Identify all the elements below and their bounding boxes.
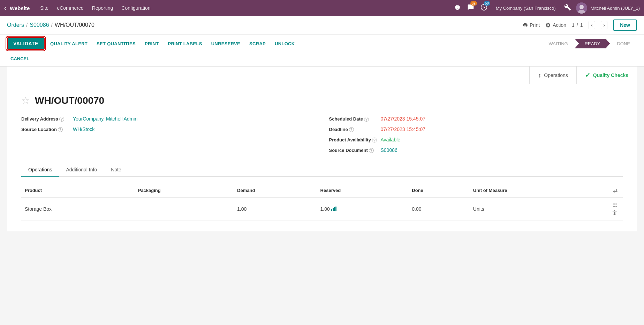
tab-note[interactable]: Note [104,163,128,177]
source-document-value[interactable]: S00086 [381,147,397,153]
status-done[interactable]: DONE [610,39,637,48]
table-row: Storage Box 1.00 1.00 0.00 Units ☷ [21,198,623,220]
product-availability-row: Product Availability ? Available [329,137,623,142]
scheduled-date-value: 07/27/2023 15:45:07 [381,116,425,122]
delivery-address-value[interactable]: YourCompany, Mitchell Admin [73,116,137,122]
delivery-address-help-icon[interactable]: ? [59,117,64,122]
pager: 1 / 1 [572,22,583,28]
svg-rect-6 [334,207,335,211]
pager-total: 1 [580,22,583,28]
deadline-label: Deadline ? [329,127,378,132]
col-done: Done [408,184,470,198]
form-fields: Delivery Address ? YourCompany, Mitchell… [21,116,623,153]
nav-ecommerce[interactable]: eCommerce [53,3,87,13]
print-button[interactable]: Print [522,22,540,28]
status-bar: WAITING READY DONE [542,39,637,48]
source-document-help-icon[interactable]: ? [369,148,374,153]
header-actions: Print Action 1 / 1 ‹ › New [522,20,637,31]
svg-rect-4 [331,209,332,211]
cell-demand: 1.00 [234,198,317,220]
delivery-address-label: Delivery Address ? [21,116,70,122]
unlock-button[interactable]: UNLOCK [271,39,298,48]
operations-table: Product Packaging Demand Reserved Done U… [21,184,623,220]
status-waiting[interactable]: WAITING [542,39,575,48]
pager-next[interactable]: › [601,21,607,29]
cell-done[interactable]: 0.00 [408,198,470,220]
deadline-row: Deadline ? 07/27/2023 15:45:07 [329,126,623,132]
print-action-button[interactable]: PRINT [141,39,162,48]
print-labels-button[interactable]: PRINT LABELS [164,39,205,48]
wrench-icon[interactable] [563,2,573,14]
quality-check-icon: ✓ [585,71,590,79]
row-list-icon[interactable]: ☷ [611,201,619,209]
svg-point-2 [579,5,584,9]
company-name: My Company (San Francisco) [496,6,556,11]
form-title: WH/OUT/00070 [35,95,104,106]
col-reserved: Reserved [317,184,409,198]
deadline-help-icon[interactable]: ? [349,127,354,132]
forecast-icon[interactable] [331,207,337,211]
new-button[interactable]: New [613,20,637,31]
breadcrumb-orders[interactable]: Orders [7,22,24,28]
source-location-label: Source Location ? [21,127,70,132]
svg-rect-5 [333,208,334,211]
action-button[interactable]: Action [545,22,566,28]
top-tabs-panel: ↕ Operations ✓ Quality Checks [7,67,637,84]
page-header: Orders / S00086 / WH/OUT/00070 Print Act… [0,16,644,34]
scheduled-date-label: Scheduled Date ? [329,116,378,122]
tab-operations-top[interactable]: ↕ Operations [529,67,576,84]
avatar [576,2,587,14]
source-document-label: Source Document ? [329,148,378,153]
app-name[interactable]: Website [10,5,30,11]
table-section: Product Packaging Demand Reserved Done U… [21,184,623,220]
user-name: Mitchell Admin (JULY_1) [591,6,640,11]
source-location-value[interactable]: WH/Stock [73,126,94,132]
chat-badge: 52 [470,1,477,6]
form-panel: ☆ WH/OUT/00070 Delivery Address ? YourCo… [7,84,637,231]
cell-product[interactable]: Storage Box [21,198,135,220]
breadcrumb-current: WH/OUT/00070 [55,22,94,28]
nav-icons: 52 50 My Company (San Francisco) Mitchel… [453,2,640,14]
breadcrumb-sep2: / [51,22,53,28]
breadcrumb-order-id[interactable]: S00086 [30,22,49,28]
operations-icon: ↕ [538,72,541,79]
breadcrumb-sep1: / [26,22,28,28]
scheduled-date-help-icon[interactable]: ? [364,117,369,122]
cancel-button[interactable]: CANCEL [7,54,33,63]
tab-additional-info[interactable]: Additional Info [59,163,104,177]
unreserve-button[interactable]: UNRESERVE [208,39,244,48]
form-title-row: ☆ WH/OUT/00070 [21,95,623,106]
product-availability-label: Product Availability ? [329,137,378,142]
status-ready[interactable]: READY [575,39,610,48]
row-delete-icon[interactable]: 🗑 [610,209,619,217]
pager-prev[interactable]: ‹ [589,21,595,29]
cell-reserved: 1.00 [317,198,409,220]
nav-reporting[interactable]: Reporting [89,3,117,13]
bug-icon[interactable] [453,2,462,14]
source-location-help-icon[interactable]: ? [58,127,63,132]
nav-site[interactable]: Site [37,3,52,13]
product-availability-help-icon[interactable]: ? [372,138,377,142]
scrap-button[interactable]: SCRAP [246,39,269,48]
action-bar: VALIDATE QUALITY ALERT SET QUANTITIES PR… [0,34,644,67]
set-quantities-button[interactable]: SET QUANTITIES [93,39,139,48]
cell-unit: Units [470,198,607,220]
delivery-address-row: Delivery Address ? YourCompany, Mitchell… [21,116,315,122]
back-arrow-icon[interactable]: ‹ [4,5,6,12]
main-content: ↕ Operations ✓ Quality Checks ☆ WH/OUT/0… [0,67,644,238]
tab-operations-inner[interactable]: Operations [21,163,59,177]
validate-button[interactable]: VALIDATE [7,37,45,50]
scheduled-date-row: Scheduled Date ? 07/27/2023 15:45:07 [329,116,623,122]
chat-icon[interactable]: 52 [466,2,476,14]
favorite-star-icon[interactable]: ☆ [21,95,30,106]
col-adjust: ⇄ [607,184,623,198]
source-location-row: Source Location ? WH/Stock [21,126,315,132]
quality-alert-button[interactable]: QUALITY ALERT [47,39,91,48]
clock-icon[interactable]: 50 [479,2,489,14]
nav-configuration[interactable]: Configuration [118,3,154,13]
col-unit-of-measure: Unit of Measure [470,184,607,198]
svg-rect-7 [335,207,336,211]
column-adjust-icon[interactable]: ⇄ [611,186,619,194]
breadcrumb: Orders / S00086 / WH/OUT/00070 [7,22,94,28]
tab-quality-checks[interactable]: ✓ Quality Checks [576,67,637,84]
